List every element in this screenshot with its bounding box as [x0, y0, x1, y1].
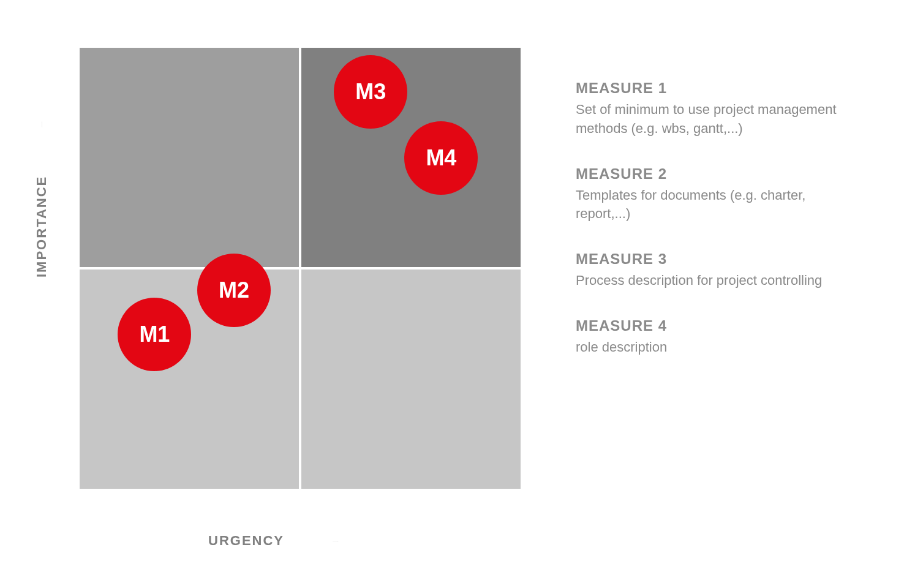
measure-desc: Set of minimum to use project management… — [576, 100, 857, 138]
quadrant-top-left — [80, 48, 299, 267]
quadrant-bottom-right — [301, 270, 521, 489]
measure-title: MEASURE 3 — [576, 251, 857, 268]
arrow-right-icon — [299, 541, 372, 541]
measure-desc: Process description for project controll… — [576, 271, 857, 290]
x-axis-label: URGENCY — [208, 533, 372, 549]
legend-item-4: MEASURE 4 role description — [576, 317, 857, 357]
y-axis-label: IMPORTANCE — [34, 88, 50, 277]
bubble-m2: M2 — [197, 254, 271, 327]
y-axis-text: IMPORTANCE — [34, 176, 50, 277]
x-axis-text: URGENCY — [208, 533, 284, 549]
measure-desc: role description — [576, 338, 857, 357]
bubble-m1: M1 — [118, 298, 191, 371]
arrow-up-icon — [42, 88, 42, 161]
measure-title: MEASURE 1 — [576, 80, 857, 97]
legend: MEASURE 1 Set of minimum to use project … — [576, 80, 857, 357]
measure-title: MEASURE 2 — [576, 165, 857, 183]
bubble-m4: M4 — [404, 121, 478, 195]
diagram-container: IMPORTANCE M1M2M3M4 URGENCY MEASURE 1 Se… — [0, 0, 904, 588]
legend-item-3: MEASURE 3 Process description for projec… — [576, 251, 857, 290]
legend-item-2: MEASURE 2 Templates for documents (e.g. … — [576, 165, 857, 224]
priority-matrix — [80, 48, 521, 489]
legend-item-1: MEASURE 1 Set of minimum to use project … — [576, 80, 857, 138]
measure-desc: Templates for documents (e.g. charter, r… — [576, 186, 857, 224]
measure-title: MEASURE 4 — [576, 317, 857, 334]
bubble-m3: M3 — [334, 55, 407, 129]
